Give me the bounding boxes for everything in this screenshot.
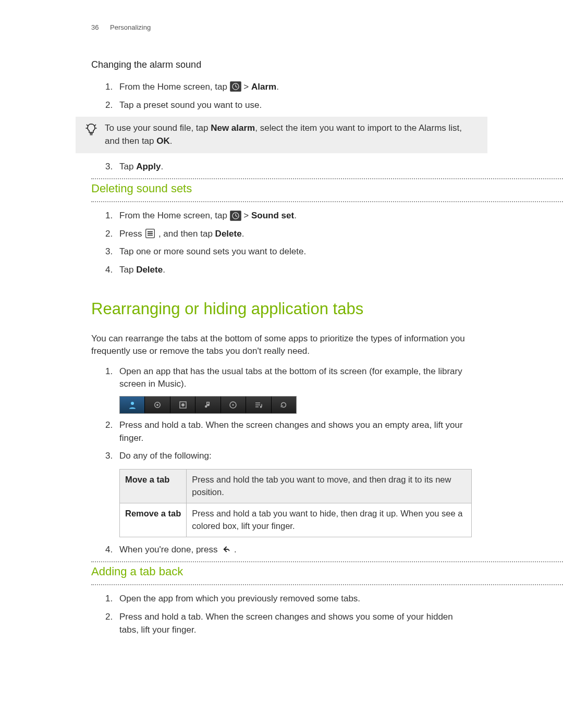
svg-line-5 — [87, 125, 88, 126]
clock-icon — [230, 81, 241, 92]
tab-person-icon — [120, 397, 145, 413]
table-row: Remove a tab Press and hold a tab you wa… — [120, 503, 472, 537]
definition: Press and hold the tab you want to move,… — [187, 470, 472, 503]
document-page: 36 Personalizing Changing the alarm soun… — [0, 0, 563, 728]
subsection-divider: Deleting sound sets — [91, 178, 563, 202]
alarm-steps: From the Home screen, tap > Alarm. Tap a… — [91, 81, 472, 112]
svg-point-22 — [232, 404, 234, 406]
svg-line-11 — [236, 216, 237, 217]
list-item: Press and hold a tab. When the screen ch… — [115, 419, 472, 445]
list-item: Press , and then tap Delete. — [115, 228, 472, 241]
list-item: When you're done, press . — [115, 544, 472, 557]
tab-music-note-icon — [195, 397, 221, 413]
list-item: Press and hold a tab. When the screen ch… — [115, 611, 472, 636]
term-move-tab: Move a tab — [120, 470, 187, 503]
list-item: Tap Apply. — [115, 161, 472, 174]
intro-paragraph: You can rearrange the tabs at the bottom… — [91, 332, 472, 358]
alarm-steps-cont: Tap Apply. — [91, 161, 472, 174]
list-item: Tap one or more sound sets you want to d… — [115, 245, 472, 258]
page-header: 36 Personalizing — [91, 23, 472, 33]
definition: Press and hold a tab you want to hide, t… — [187, 503, 472, 537]
list-item: From the Home screen, tap > Sound set. — [115, 209, 472, 223]
list-item: Open an app that has the usual tabs at t… — [115, 365, 472, 414]
subsection-title-deleting: Deleting sound sets — [91, 180, 563, 197]
svg-point-20 — [181, 403, 185, 406]
svg-point-18 — [156, 404, 158, 406]
subsection-title-alarm: Changing the alarm sound — [91, 58, 472, 71]
tab-refresh-icon — [272, 397, 296, 413]
tip-text: To use your sound file, tap New alarm, s… — [105, 122, 477, 147]
adding-steps: Open the app from which you previously r… — [91, 593, 472, 636]
rearranging-steps: Open an app that has the usual tabs at t… — [91, 365, 472, 557]
tab-playlist-icon — [246, 397, 271, 413]
subsection-divider: Adding a tab back — [91, 561, 563, 585]
clock-icon — [230, 211, 241, 221]
list-item: Tap Delete. — [115, 264, 472, 277]
subsection-title-adding: Adding a tab back — [91, 563, 563, 580]
section-title-rearranging: Rearranging or hiding application tabs — [91, 298, 472, 321]
lightbulb-icon — [85, 123, 97, 142]
back-arrow-icon — [220, 544, 231, 554]
list-item: Open the app from which you previously r… — [115, 593, 472, 606]
svg-line-2 — [236, 87, 237, 88]
menu-icon — [144, 228, 156, 239]
list-item: Tap a preset sound you want to use. — [115, 99, 472, 112]
action-table: Move a tab Press and hold the tab you wa… — [119, 469, 472, 537]
tab-strip-illustration — [119, 396, 297, 414]
page-number: 36 — [91, 23, 99, 31]
table-row: Move a tab Press and hold the tab you wa… — [120, 470, 472, 503]
list-item: From the Home screen, tap > Alarm. — [115, 81, 472, 94]
svg-point-16 — [131, 402, 134, 405]
svg-line-6 — [95, 125, 96, 126]
list-item: Do any of the following: Move a tab Pres… — [115, 450, 472, 537]
deleting-steps: From the Home screen, tap > Sound set. P… — [91, 209, 472, 277]
tip-callout: To use your sound file, tap New alarm, s… — [76, 117, 487, 153]
term-remove-tab: Remove a tab — [120, 503, 187, 537]
tab-circle-icon — [145, 397, 170, 413]
tab-disc-icon — [221, 397, 246, 413]
tab-album-icon — [170, 397, 195, 413]
section-name: Personalizing — [110, 23, 151, 31]
